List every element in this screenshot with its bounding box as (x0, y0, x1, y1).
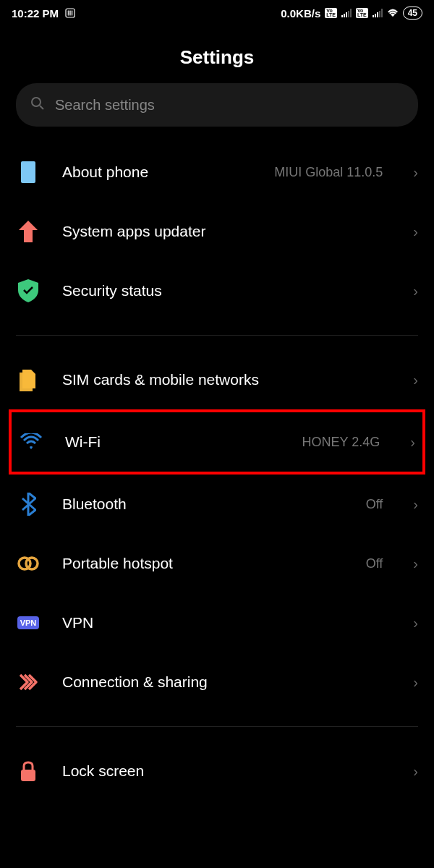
svg-point-6 (72, 12, 73, 14)
chevron-icon: › (413, 496, 418, 513)
chevron-icon: › (413, 615, 418, 631)
lock-icon (16, 759, 41, 783)
chevron-icon: › (413, 556, 418, 572)
hotspot-row[interactable]: Portable hotspot Off › (0, 534, 434, 593)
svg-rect-11 (344, 14, 345, 17)
svg-rect-22 (21, 161, 35, 183)
svg-rect-14 (350, 9, 352, 17)
battery-indicator: 45 (403, 7, 422, 20)
hotspot-value: Off (366, 556, 383, 571)
divider (16, 726, 418, 727)
svg-point-1 (68, 11, 69, 12)
sim-cards-row[interactable]: SIM cards & mobile networks › (0, 350, 434, 409)
wifi-value: HONEY 2.4G (302, 435, 380, 450)
bluetooth-label: Bluetooth (62, 495, 344, 513)
vpn-icon: VPN (16, 610, 41, 635)
hotspot-icon (16, 551, 41, 576)
settings-list: About phone MIUI Global 11.0.5 › System … (0, 142, 434, 801)
svg-point-24 (26, 558, 38, 569)
status-time: 10:22 PM (12, 7, 59, 20)
chevron-icon: › (410, 434, 415, 451)
vpn-label: VPN (62, 614, 391, 631)
search-bar[interactable] (16, 83, 418, 127)
svg-rect-12 (346, 12, 347, 17)
divider (16, 335, 418, 336)
chevron-icon: › (413, 224, 418, 240)
svg-rect-15 (373, 15, 374, 17)
svg-rect-17 (377, 12, 378, 17)
wifi-status-icon (387, 9, 399, 17)
svg-point-5 (69, 12, 71, 14)
svg-point-2 (69, 11, 71, 12)
bluetooth-value: Off (366, 497, 383, 512)
about-phone-row[interactable]: About phone MIUI Global 11.0.5 › (0, 142, 434, 202)
wifi-label: Wi-Fi (65, 433, 281, 451)
system-apps-updater-row[interactable]: System apps updater › (0, 202, 434, 261)
svg-point-8 (69, 14, 71, 16)
page-title: Settings (0, 26, 434, 83)
bluetooth-row[interactable]: Bluetooth Off › (0, 475, 434, 534)
volte-icon-1: VoLTE (325, 8, 337, 18)
chevron-icon: › (413, 674, 418, 691)
svg-rect-16 (375, 14, 376, 17)
wifi-row[interactable]: Wi-Fi HONEY 2.4G › (12, 412, 422, 472)
data-rate: 0.0KB/s (281, 7, 320, 20)
chevron-icon: › (413, 164, 418, 181)
search-icon (30, 96, 45, 114)
lock-screen-label: Lock screen (62, 762, 391, 780)
svg-rect-18 (379, 11, 380, 17)
chevron-icon: › (413, 763, 418, 780)
connection-sharing-row[interactable]: Connection & sharing › (0, 652, 434, 712)
svg-rect-25 (21, 770, 35, 781)
signal-icon-1 (341, 9, 352, 17)
security-status-label: Security status (62, 282, 391, 299)
svg-rect-13 (348, 11, 349, 17)
wifi-icon (19, 430, 43, 454)
chevron-icon: › (413, 283, 418, 299)
connection-sharing-label: Connection & sharing (62, 673, 391, 691)
search-input[interactable] (55, 97, 404, 114)
svg-rect-19 (381, 9, 383, 17)
connection-icon (16, 670, 41, 694)
hotspot-label: Portable hotspot (62, 555, 344, 572)
volte-icon-2: VoLTE (356, 8, 368, 18)
signal-icon-2 (373, 9, 383, 17)
svg-point-4 (68, 12, 69, 14)
vpn-row[interactable]: VPN VPN › (0, 593, 434, 652)
system-apps-updater-label: System apps updater (62, 223, 391, 240)
about-phone-value: MIUI Global 11.0.5 (274, 165, 383, 180)
sim-icon (16, 367, 41, 392)
shield-icon (16, 278, 41, 303)
sim-cards-label: SIM cards & mobile networks (62, 371, 391, 388)
security-status-row[interactable]: Security status › (0, 261, 434, 320)
status-bar: 10:22 PM 0.0KB/s VoLTE VoLTE 45 (0, 0, 434, 26)
phone-icon (16, 160, 41, 184)
control-center-icon (64, 7, 76, 19)
bluetooth-icon (16, 492, 41, 516)
svg-point-20 (32, 98, 41, 106)
svg-point-3 (72, 11, 73, 12)
about-phone-label: About phone (62, 163, 252, 181)
chevron-icon: › (413, 372, 418, 388)
update-arrow-icon (16, 219, 41, 244)
wifi-highlight: Wi-Fi HONEY 2.4G › (9, 409, 425, 475)
svg-point-7 (68, 14, 69, 16)
svg-rect-10 (341, 15, 343, 17)
svg-line-21 (40, 106, 43, 109)
lock-screen-row[interactable]: Lock screen › (0, 741, 434, 801)
svg-point-9 (72, 14, 73, 16)
